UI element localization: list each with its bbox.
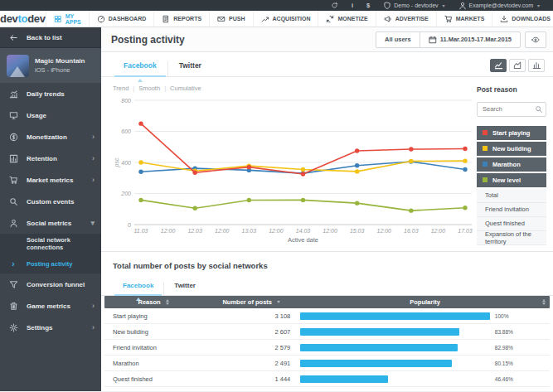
sidebar-item-conversion-funnel[interactable]: Conversion funnel [0, 273, 101, 295]
nav-item-label: ACQUISITION [273, 16, 311, 22]
svg-text:12:00: 12:00 [323, 228, 337, 234]
sidebar-item-label: Posting activity [27, 260, 101, 268]
watch-demo-button[interactable] [525, 31, 546, 48]
column-header-popularity[interactable]: Popularity [300, 296, 550, 308]
reason-item-quest-finished[interactable]: Quest finished [477, 217, 546, 231]
posts-cell: 2 607 [202, 328, 300, 336]
reason-item-label: Friend invitation [485, 206, 529, 213]
account-switcher[interactable]: Demo - devtodev ▾ [376, 0, 451, 11]
reason-item-new-level[interactable]: New level [477, 173, 546, 187]
nav-item-advertise[interactable]: ADVERTISE [376, 11, 436, 27]
reason-item-label: New building [492, 145, 531, 152]
svg-text:12:00: 12:00 [161, 228, 176, 234]
reason-item-expansion-of-the-territory[interactable]: Expansion of the territory [477, 231, 546, 245]
bar-chart-icon [0, 154, 27, 163]
nav-item-downloads[interactable]: DOWNLOADS [492, 11, 553, 27]
column-header-number-of-posts[interactable]: Number of posts [202, 296, 300, 308]
sidebar-item-posting-activity[interactable]: ›Posting activity [0, 254, 101, 273]
reason-cell: Quest finished [104, 375, 202, 383]
date-range-button[interactable]: 11.Mar.2015-17.Mar.2015 [420, 31, 521, 48]
sidebar-item-settings[interactable]: Settings› [0, 317, 101, 338]
column-header-label: Popularity [410, 298, 440, 306]
search-icon [535, 102, 543, 117]
bar-chart-btn-button[interactable] [528, 59, 545, 72]
chart-type-switcher [490, 59, 545, 72]
legend-color-swatch [483, 177, 488, 182]
apps-icon [54, 15, 62, 23]
sidebar-item-market-metrics[interactable]: Market metrics› [0, 169, 101, 191]
chevron-right-icon: › [0, 259, 27, 269]
area-chart-button[interactable] [509, 59, 526, 72]
tab-facebook[interactable]: Facebook [113, 282, 163, 295]
table-row: Quest finished1 44446.46% [104, 371, 550, 387]
magnifier-icon [0, 197, 27, 206]
acquisition-icon [261, 15, 269, 23]
posts-table: ReasonNumber of postsPopularity Start pl… [104, 296, 550, 387]
advertise-icon [384, 15, 392, 23]
main-nav: devtodev MY APPSDASHBOARDREPORTSPUSHACQU… [0, 11, 553, 27]
table-row: Start playing3 108100% [104, 308, 550, 324]
reason-item-label: Start playing [492, 129, 530, 137]
tab-twitter[interactable]: Twitter [167, 61, 212, 76]
nav-item-label: ADVERTISE [395, 16, 429, 22]
sidebar-item-game-metrics[interactable]: Game metrics› [0, 295, 101, 317]
popularity-cell: 82.98% [300, 344, 550, 351]
sidebar-item-monetization[interactable]: Monetization› [0, 126, 101, 148]
reason-item-marathon[interactable]: Marathon [477, 157, 546, 172]
nav-item-my-apps[interactable]: MY APPS [46, 11, 89, 27]
refresh-icon [331, 2, 338, 9]
svg-text:12:00: 12:00 [376, 228, 391, 234]
popularity-value: 100% [495, 313, 509, 319]
info-button[interactable]: i [345, 2, 360, 9]
sidebar-item-custom-events[interactable]: Custom events [0, 191, 101, 212]
reason-cell: New building [104, 328, 202, 336]
sort-icon [277, 301, 280, 303]
sidebar-item-social-metrics[interactable]: Social metrics▾ [0, 212, 101, 234]
nav-item-dashboard[interactable]: DASHBOARD [89, 11, 154, 27]
nav-item-monetize[interactable]: MONETIZE [318, 11, 375, 27]
sidebar: Back to list Magic Mountain iOS - iPhone… [0, 27, 101, 391]
reason-item-total[interactable]: Total [477, 189, 546, 203]
tab-facebook[interactable]: Facebook [113, 61, 167, 76]
svg-text:14.03: 14.03 [296, 228, 311, 234]
nav-item-markets[interactable]: MARKETS [436, 11, 492, 27]
bottom-network-tabs: FacebookTwitter [101, 274, 553, 296]
tab-twitter[interactable]: Twitter [163, 282, 206, 295]
app-selector[interactable]: Magic Mountain iOS - iPhone [0, 48, 101, 83]
nav-item-reports[interactable]: REPORTS [153, 11, 209, 27]
sidebar-item-daily-trends[interactable]: Daily trends [0, 83, 101, 104]
svg-text:12:00: 12:00 [215, 228, 230, 234]
sidebar-item-usage[interactable]: Usage [0, 104, 101, 126]
sidebar-item-label: Monetization [27, 133, 92, 141]
chart-link-trend[interactable]: Trend [113, 85, 129, 92]
user-menu[interactable]: Example@devtodev.com ▾ [452, 0, 546, 11]
svg-text:800: 800 [121, 98, 131, 104]
chart-link-cumulative[interactable]: Cumulative [160, 85, 201, 92]
sidebar-item-retention[interactable]: Retention› [0, 148, 101, 169]
sidebar-item-label: Custom events [27, 198, 95, 206]
topbar: i$ Demo - devtodev ▾ Example@devtodev.co… [0, 0, 553, 11]
nav-item-acquisition[interactable]: ACQUISITION [253, 11, 318, 27]
sidebar-item-label: Retention [27, 155, 92, 162]
refresh-button[interactable] [324, 2, 345, 9]
sidebar-item-social-network-connections[interactable]: Social network connections [0, 234, 101, 254]
back-to-list[interactable]: Back to list [0, 27, 101, 48]
devtodev-logo[interactable]: devtodev [0, 11, 46, 27]
line-chart-button[interactable] [490, 59, 507, 72]
dollar-button[interactable]: $ [360, 2, 376, 9]
reason-item-new-building[interactable]: New building [477, 142, 546, 156]
sort-icon [542, 299, 546, 305]
posts-cell: 1 444 [202, 375, 300, 383]
all-users-button[interactable]: All users [376, 31, 420, 48]
svg-text:17.03: 17.03 [458, 228, 473, 234]
column-header-reason[interactable]: Reason [104, 296, 202, 308]
reason-item-friend-invitation[interactable]: Friend invitation [477, 203, 546, 217]
post-reason-title: Post reason [477, 85, 546, 94]
popularity-cell: 46.46% [300, 375, 550, 383]
popularity-bar [300, 328, 459, 336]
posts-cell: 2 491 [202, 360, 300, 367]
chart-link-smooth[interactable]: Smooth [129, 85, 160, 92]
reason-item-start-playing[interactable]: Start playing [477, 126, 546, 140]
nav-item-push[interactable]: PUSH [209, 11, 252, 27]
logo-part: dev [0, 12, 18, 25]
